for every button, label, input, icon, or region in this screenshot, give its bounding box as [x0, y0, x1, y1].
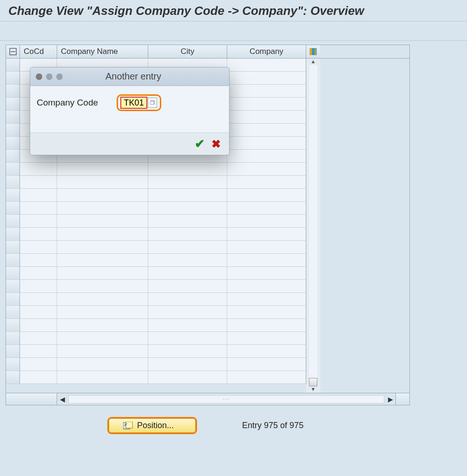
row-selector[interactable]: [6, 228, 20, 241]
table-cell[interactable]: [148, 293, 227, 306]
scroll-up-icon[interactable]: ▲: [309, 59, 317, 65]
table-cell[interactable]: [20, 280, 57, 293]
row-selector[interactable]: [6, 267, 20, 280]
hscroll-left-icon[interactable]: ◀: [57, 396, 67, 403]
table-cell[interactable]: [227, 241, 306, 254]
table-cell[interactable]: [20, 215, 57, 228]
dialog-ok-button[interactable]: ✔: [195, 137, 205, 151]
table-cell[interactable]: [20, 254, 57, 267]
table-cell[interactable]: [227, 345, 306, 358]
table-cell[interactable]: [148, 189, 227, 202]
table-cell[interactable]: [227, 319, 306, 332]
table-cell[interactable]: [227, 189, 306, 202]
table-config-button[interactable]: [306, 45, 320, 58]
horizontal-scrollbar[interactable]: ◀ ∙∙∙ ▶: [6, 393, 410, 405]
table-cell[interactable]: [227, 228, 306, 241]
table-cell[interactable]: [227, 111, 306, 124]
table-cell[interactable]: [148, 319, 227, 332]
col-header-company-name[interactable]: Company Name: [57, 45, 148, 58]
table-cell[interactable]: [20, 306, 57, 319]
table-cell[interactable]: [148, 163, 227, 176]
table-cell[interactable]: [57, 306, 148, 319]
table-cell[interactable]: [57, 267, 148, 280]
table-cell[interactable]: [227, 98, 306, 111]
table-cell[interactable]: [227, 332, 306, 345]
table-cell[interactable]: [227, 176, 306, 189]
row-selector[interactable]: [6, 358, 20, 371]
position-button[interactable]: Position...: [109, 418, 196, 433]
row-selector[interactable]: [6, 59, 20, 72]
table-cell[interactable]: [57, 371, 148, 384]
vscroll-track[interactable]: [309, 65, 317, 386]
col-header-city[interactable]: City: [148, 45, 227, 58]
table-cell[interactable]: [227, 280, 306, 293]
row-selector[interactable]: [6, 72, 20, 85]
table-cell[interactable]: [57, 332, 148, 345]
table-cell[interactable]: [148, 228, 227, 241]
table-cell[interactable]: [57, 345, 148, 358]
table-cell[interactable]: [20, 163, 57, 176]
table-cell[interactable]: [20, 267, 57, 280]
table-cell[interactable]: [57, 202, 148, 215]
table-cell[interactable]: [227, 72, 306, 85]
company-code-input[interactable]: [121, 97, 147, 108]
table-cell[interactable]: [57, 228, 148, 241]
dialog-minimize-dot[interactable]: [46, 73, 53, 80]
table-cell[interactable]: [148, 176, 227, 189]
dialog-zoom-dot[interactable]: [56, 73, 63, 80]
row-selector[interactable]: [6, 241, 20, 254]
table-cell[interactable]: [148, 254, 227, 267]
table-cell[interactable]: [20, 371, 57, 384]
table-cell[interactable]: [57, 254, 148, 267]
table-cell[interactable]: [148, 345, 227, 358]
table-cell[interactable]: [227, 150, 306, 163]
table-cell[interactable]: [57, 319, 148, 332]
row-selector[interactable]: [6, 293, 20, 306]
table-cell[interactable]: [20, 345, 57, 358]
table-cell[interactable]: [227, 85, 306, 98]
table-cell[interactable]: [57, 189, 148, 202]
row-selector[interactable]: [6, 215, 20, 228]
table-cell[interactable]: [227, 358, 306, 371]
table-cell[interactable]: [20, 189, 57, 202]
row-selector[interactable]: [6, 306, 20, 319]
table-cell[interactable]: [148, 241, 227, 254]
table-cell[interactable]: [20, 358, 57, 371]
row-selector[interactable]: [6, 280, 20, 293]
row-selector[interactable]: [6, 345, 20, 358]
table-cell[interactable]: [57, 176, 148, 189]
row-selector[interactable]: [6, 202, 20, 215]
hscroll-right-icon[interactable]: ▶: [385, 396, 395, 403]
table-cell[interactable]: [227, 59, 306, 72]
table-cell[interactable]: [227, 293, 306, 306]
table-cell[interactable]: [20, 241, 57, 254]
table-cell[interactable]: [20, 228, 57, 241]
table-cell[interactable]: [227, 137, 306, 150]
row-selector[interactable]: [6, 319, 20, 332]
row-selector[interactable]: [6, 332, 20, 345]
value-help-button[interactable]: ❐: [148, 98, 157, 108]
table-cell[interactable]: [20, 293, 57, 306]
table-cell[interactable]: [148, 202, 227, 215]
table-cell[interactable]: [148, 280, 227, 293]
row-selector[interactable]: [6, 150, 20, 163]
table-cell[interactable]: [57, 215, 148, 228]
row-selector[interactable]: [6, 176, 20, 189]
table-cell[interactable]: [57, 163, 148, 176]
table-cell[interactable]: [148, 306, 227, 319]
table-cell[interactable]: [148, 332, 227, 345]
table-cell[interactable]: [227, 202, 306, 215]
hscroll-track[interactable]: ∙∙∙: [68, 395, 384, 403]
table-cell[interactable]: [20, 202, 57, 215]
table-cell[interactable]: [148, 215, 227, 228]
table-cell[interactable]: [57, 280, 148, 293]
table-cell[interactable]: [227, 371, 306, 384]
vscroll-thumb[interactable]: [309, 378, 317, 386]
dialog-close-dot[interactable]: [36, 73, 42, 80]
table-cell[interactable]: [227, 267, 306, 280]
select-all-header[interactable]: [6, 45, 20, 58]
table-cell[interactable]: [227, 215, 306, 228]
col-header-cocd[interactable]: CoCd: [20, 45, 57, 58]
col-header-company[interactable]: Company: [227, 45, 306, 58]
table-cell[interactable]: [227, 306, 306, 319]
